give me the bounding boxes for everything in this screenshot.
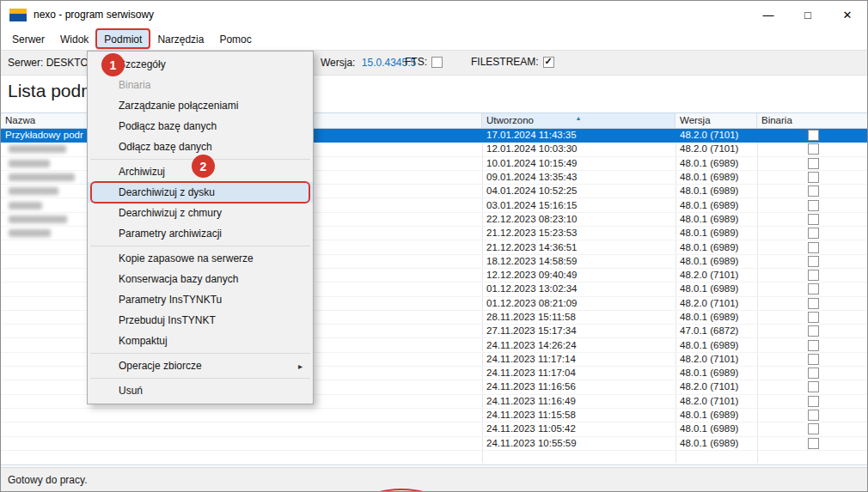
annotation-step-2-badge: 2 — [192, 155, 215, 178]
binaria-checkbox[interactable] — [808, 200, 819, 211]
binaria-checkbox[interactable] — [808, 325, 819, 337]
cell-utworzono: 12.01.2024 10:03:30 — [482, 143, 675, 155]
column-header-utworzono[interactable]: ▲ Utworzono — [482, 113, 675, 128]
menu-item-label: Szczegóły — [119, 58, 166, 70]
binaria-checkbox[interactable] — [808, 367, 819, 379]
binaria-checkbox[interactable] — [808, 410, 819, 421]
table-row[interactable]: 24.11.2023 11:15:5848.0.1 (6989) — [1, 409, 867, 422]
statusbar: Gotowy do pracy. — [1, 467, 867, 491]
menu-item-parametry-archiwizacji[interactable]: Parametry archiwizacji — [88, 223, 313, 244]
binaria-checkbox[interactable] — [808, 340, 819, 351]
cell-utworzono: 28.11.2023 15:11:58 — [482, 311, 675, 324]
menu-item-kompaktuj[interactable]: Kompaktuj — [88, 331, 313, 351]
close-button[interactable]: ✕ — [828, 1, 867, 28]
filestream-checkbox[interactable]: ✓ — [543, 57, 554, 68]
server-label: Serwer: — [8, 57, 43, 69]
menu-item-parametry-instynktu[interactable]: Parametry InsTYNKTu — [88, 289, 313, 310]
redacted-name — [9, 187, 58, 195]
cell-wersja: 48.0.1 (6989) — [675, 282, 757, 295]
redacted-name — [9, 145, 66, 153]
cell-binaria — [757, 380, 867, 393]
menubar-item-pomoc[interactable]: Pomoc — [211, 28, 259, 50]
menu-item-operacje-zbiorcze[interactable]: Operacje zbiorcze▸ — [88, 355, 313, 376]
menubar-item-podmiot[interactable]: Podmiot — [96, 28, 150, 50]
binaria-checkbox[interactable] — [808, 130, 819, 141]
menu-item-label: Kompaktuj — [119, 335, 168, 347]
binaria-checkbox[interactable] — [808, 396, 819, 407]
binaria-checkbox[interactable] — [808, 270, 819, 281]
cell-binaria — [757, 395, 867, 408]
column-header-binaria[interactable]: Binaria — [757, 113, 868, 128]
cell-utworzono: 27.11.2023 15:17:34 — [482, 325, 675, 337]
table-row[interactable]: 24.11.2023 11:05:4248.0.1 (6989) — [1, 422, 867, 436]
cell-wersja: 48.2.0 (7101) — [675, 380, 757, 393]
annotation-step-1-badge: 1 — [101, 53, 125, 76]
status-text: Gotowy do pracy. — [8, 474, 87, 486]
menu-item-konserwacja-bazy-danych[interactable]: Konserwacja bazy danych — [88, 269, 313, 289]
column-header-wersja[interactable]: Wersja — [675, 113, 757, 128]
cell-binaria — [757, 171, 867, 184]
podmiot-dropdown-menu: SzczegółyBinariaZarządzanie połączeniami… — [87, 51, 314, 404]
cell-binaria — [757, 422, 867, 435]
cell-binaria — [757, 255, 867, 268]
cell-wersja: 48.0.1 (6989) — [675, 437, 757, 450]
cell-binaria — [757, 437, 867, 450]
cell-nazwa — [1, 422, 482, 435]
cell-binaria — [757, 409, 867, 422]
cell-wersja: 48.2.0 (7101) — [675, 143, 757, 155]
fts-checkbox[interactable] — [431, 57, 443, 68]
fts-group: FTS: — [405, 56, 443, 68]
menu-item-dearchiwizuj-z-chmury[interactable]: Dearchiwizuj z chmury — [88, 203, 313, 223]
cell-binaria — [757, 129, 867, 142]
binaria-checkbox[interactable] — [808, 298, 819, 309]
cell-wersja: 48.2.0 (7101) — [675, 297, 757, 310]
minimize-button[interactable]: — — [749, 1, 788, 28]
binaria-checkbox[interactable] — [808, 381, 819, 392]
menu-item-label: Archiwizuj — [119, 166, 165, 178]
cell-wersja: 48.0.1 (6989) — [675, 409, 757, 422]
binaria-checkbox[interactable] — [808, 158, 819, 169]
binaria-checkbox[interactable] — [808, 354, 819, 365]
menubar-item-narzedzia[interactable]: Narzędzia — [150, 28, 211, 50]
cell-binaria — [757, 185, 867, 197]
redacted-name — [9, 160, 50, 167]
cell-utworzono: 24.11.2023 11:16:56 — [482, 380, 675, 393]
cell-binaria — [757, 282, 867, 295]
menu-item-label: Parametry InsTYNKTu — [119, 294, 222, 306]
cell-wersja: 48.0.1 (6989) — [675, 227, 757, 240]
cell-binaria — [757, 213, 867, 226]
binaria-checkbox[interactable] — [808, 228, 819, 239]
binaria-checkbox[interactable] — [808, 242, 819, 253]
binaria-checkbox[interactable] — [808, 423, 819, 434]
binaria-checkbox[interactable] — [808, 256, 819, 267]
cell-utworzono: 24.11.2023 11:17:14 — [482, 353, 675, 366]
menu-item-zarzadzanie-polaczeniami[interactable]: Zarządzanie połączeniami — [88, 95, 313, 116]
cell-utworzono: 24.11.2023 11:17:04 — [482, 367, 675, 380]
menu-item-usun[interactable]: Usuń — [88, 380, 313, 401]
binaria-checkbox[interactable] — [808, 283, 819, 295]
binaria-checkbox[interactable] — [808, 312, 819, 323]
menubar-item-widok[interactable]: Widok — [52, 28, 96, 50]
menubar-item-serwer[interactable]: Serwer — [4, 28, 52, 50]
menu-item-kopie-zapasowe-na-serwerze[interactable]: Kopie zapasowe na serwerze — [88, 248, 313, 269]
submenu-arrow-icon: ▸ — [298, 361, 303, 371]
cell-utworzono: 10.01.2024 10:15:49 — [482, 157, 675, 170]
binaria-checkbox[interactable] — [808, 172, 819, 183]
menu-item-dearchiwizuj-z-dysku[interactable]: Dearchiwizuj z dysku — [88, 182, 313, 203]
binaria-checkbox[interactable] — [808, 185, 819, 197]
menu-item-label: Odłącz bazę danych — [119, 141, 212, 153]
cell-wersja: 48.2.0 (7101) — [675, 129, 757, 142]
menu-item-podlacz-baze-danych[interactable]: Podłącz bazę danych — [88, 116, 313, 137]
maximize-button[interactable]: □ — [788, 1, 828, 28]
binaria-checkbox[interactable] — [808, 143, 819, 155]
binaria-checkbox[interactable] — [808, 214, 819, 225]
cell-wersja: 48.0.1 (6989) — [675, 255, 757, 268]
cell-utworzono: 24.11.2023 11:05:42 — [482, 422, 675, 435]
binaria-checkbox[interactable] — [808, 438, 819, 449]
titlebar: nexo - program serwisowy — □ ✕ — [1, 1, 867, 28]
menubar: SerwerWidokPodmiotNarzędziaPomoc — [1, 28, 867, 50]
menu-item-label: Kopie zapasowe na serwerze — [119, 252, 254, 264]
table-row[interactable]: 24.11.2023 10:55:5948.0.1 (6989) — [1, 437, 867, 451]
menu-item-przebuduj-instynkt[interactable]: Przebuduj InsTYNKT — [88, 310, 313, 331]
cell-wersja: 48.2.0 (7101) — [675, 353, 757, 366]
